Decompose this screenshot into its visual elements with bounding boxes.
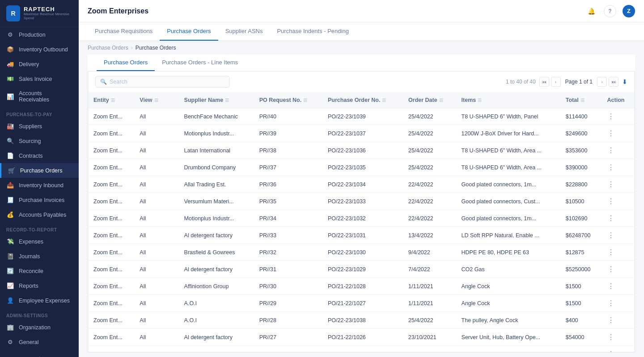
- sidebar-item-inventory-outbound[interactable]: 📦Inventory Outbound: [0, 42, 79, 57]
- tabs-bar: Purchase Requisitions Purchase Orders Su…: [79, 22, 644, 41]
- cell-total-2: $353600: [560, 142, 602, 159]
- subtab-purchase-orders[interactable]: Purchase Orders: [97, 55, 155, 71]
- cell-po-no-8: PO/22-23/1030: [322, 244, 403, 261]
- sidebar-item-purchase-invoices[interactable]: 🧾Purchase Invoices: [0, 193, 79, 207]
- cell-po-req-0: PR//40: [254, 108, 322, 125]
- cell-view-10: All: [134, 278, 178, 295]
- col-action: Action: [602, 92, 635, 108]
- download-button[interactable]: ⬇: [622, 78, 627, 85]
- cell-action-9: ⋮: [602, 261, 635, 278]
- cell-po-no-1: PO/22-23/1037: [322, 125, 403, 142]
- suppliers-icon: 🏭: [6, 123, 14, 130]
- cell-po-req-8: PR//32: [254, 244, 322, 261]
- sidebar-item-general[interactable]: ⚙General: [0, 335, 79, 349]
- col-po-request-no: PO Request No. ☰: [254, 92, 322, 108]
- topbar-title: Zoom Enterprises: [88, 7, 148, 15]
- action-menu-13[interactable]: ⋮: [607, 333, 614, 341]
- action-menu-2[interactable]: ⋮: [607, 147, 614, 154]
- action-menu-3[interactable]: ⋮: [607, 164, 614, 171]
- subtab-purchase-orders-lineitems[interactable]: Purchase Orders - Line Items: [155, 55, 245, 71]
- cell-total-1: $249600: [560, 125, 602, 142]
- sidebar-item-contracts[interactable]: 📄Contracts: [0, 148, 79, 163]
- action-menu-9[interactable]: ⋮: [607, 265, 614, 273]
- action-menu-6[interactable]: ⋮: [607, 214, 614, 222]
- cell-total-5: $10500: [560, 193, 602, 210]
- cell-po-req-10: PR//30: [254, 278, 322, 295]
- tab-purchase-requisitions[interactable]: Purchase Requisitions: [88, 22, 160, 41]
- action-menu-11[interactable]: ⋮: [607, 299, 614, 307]
- logo-text: RAPTECH Maximise Revenue Minimise Spend: [24, 6, 72, 21]
- sidebar-item-label-general: General: [19, 339, 38, 345]
- cell-items-6: Good plated connectors, 1m...: [456, 210, 560, 227]
- action-menu-12[interactable]: ⋮: [607, 316, 614, 324]
- sidebar-item-label-accounts-receivable: Accounts Receivables: [19, 90, 72, 103]
- accounts-payable-icon: 💰: [6, 211, 14, 218]
- cell-supplier-7: Al detergent factory: [179, 227, 254, 244]
- search-box[interactable]: 🔍: [95, 76, 229, 88]
- sidebar-item-organization[interactable]: 🏢Organization: [0, 320, 79, 335]
- sidebar-item-sales-invoice[interactable]: 💵Sales Invoice: [0, 71, 79, 86]
- cell-items-5: Good plated connectors, Cust...: [456, 193, 560, 210]
- sidebar-item-sourcing[interactable]: 🔍Sourcing: [0, 134, 79, 148]
- tab-purchase-orders[interactable]: Purchase Orders: [160, 22, 218, 41]
- cell-entity-6: Zoom Ent...: [88, 210, 134, 227]
- sidebar-item-label-organization: Organization: [19, 324, 51, 331]
- action-menu-14[interactable]: ⋮: [607, 350, 614, 352]
- organization-icon: 🏢: [6, 324, 14, 331]
- sidebar-item-reconcile[interactable]: 🔄Reconcile: [0, 264, 79, 278]
- reports-icon: 📈: [6, 282, 14, 289]
- sidebar-item-accounts-receivable[interactable]: 📊Accounts Receivables: [0, 86, 79, 107]
- table-row: Zoom Ent... All Al detergent factory PR/…: [88, 227, 635, 244]
- notification-icon[interactable]: 🔔: [585, 5, 597, 17]
- cell-items-4: Good plated connectors, 1m...: [456, 176, 560, 193]
- sidebar-item-journals[interactable]: 📓Journals: [0, 249, 79, 264]
- cell-view-1: All: [134, 125, 178, 142]
- contracts-icon: 📄: [6, 152, 14, 159]
- sidebar-item-reports[interactable]: 📈Reports: [0, 278, 79, 293]
- breadcrumb-link-1[interactable]: Purchase Orders: [88, 45, 128, 51]
- tab-purchase-indents-pending[interactable]: Purchase Indents - Pending: [270, 22, 356, 41]
- sidebar-item-purchase-orders[interactable]: 🛒Purchase Orders: [0, 163, 79, 178]
- action-menu-0[interactable]: ⋮: [607, 113, 614, 120]
- action-menu-10[interactable]: ⋮: [607, 282, 614, 290]
- cell-entity-11: Zoom Ent...: [88, 295, 134, 312]
- pagination-first[interactable]: ⏮: [539, 77, 549, 87]
- breadcrumb: Purchase Orders › Purchase Orders: [79, 41, 644, 55]
- cell-total-6: $102690: [560, 210, 602, 227]
- cell-date-11: 1/11/2021: [403, 295, 456, 312]
- sidebar-item-employee-expenses[interactable]: 👤Employee Expenses: [0, 293, 79, 308]
- action-menu-5[interactable]: ⋮: [607, 197, 614, 205]
- sidebar-collapse-btn[interactable]: ‹: [0, 349, 79, 357]
- topbar-icons: 🔔 ? Z: [585, 5, 635, 17]
- action-menu-4[interactable]: ⋮: [607, 181, 614, 188]
- action-menu-8[interactable]: ⋮: [607, 248, 614, 256]
- pagination-next[interactable]: ›: [597, 77, 607, 87]
- reconcile-icon: 🔄: [6, 268, 14, 274]
- help-icon[interactable]: ?: [604, 5, 616, 17]
- sidebar: R RAPTECH Maximise Revenue Minimise Spen…: [0, 0, 79, 357]
- user-avatar[interactable]: Z: [623, 5, 635, 17]
- tab-supplier-asns[interactable]: Supplier ASNs: [218, 22, 270, 41]
- pagination-last[interactable]: ⏭: [609, 77, 619, 87]
- cell-supplier-6: Motionplus Industr...: [179, 210, 254, 227]
- sidebar-item-suppliers[interactable]: 🏭Suppliers: [0, 119, 79, 134]
- cell-view-6: All: [134, 210, 178, 227]
- sidebar-item-production[interactable]: ⚙Production: [0, 27, 79, 42]
- cell-supplier-3: Drumbond Company: [179, 159, 254, 176]
- sidebar-item-expenses[interactable]: 💸Expenses: [0, 234, 79, 249]
- action-menu-1[interactable]: ⋮: [607, 130, 614, 137]
- cell-view-14: NFU-983...: [134, 346, 178, 353]
- brand-tagline: Maximise Revenue Minimise Spend: [24, 13, 72, 21]
- sidebar-item-delivery[interactable]: 🚚Delivery: [0, 57, 79, 71]
- cell-po-req-6: PR//34: [254, 210, 322, 227]
- cell-action-2: ⋮: [602, 142, 635, 159]
- sidebar-item-inventory-inbound[interactable]: 📥Inventory Inbound: [0, 178, 79, 193]
- cell-po-no-3: PO/22-23/1035: [322, 159, 403, 176]
- cell-items-9: CO2 Gas: [456, 261, 560, 278]
- pagination-prev[interactable]: ‹: [551, 77, 561, 87]
- sidebar-item-label-expenses: Expenses: [19, 239, 43, 245]
- sidebar-item-accounts-payable[interactable]: 💰Accounts Payables: [0, 207, 79, 222]
- pagination-page: Page 1 of 1: [563, 79, 595, 85]
- search-input[interactable]: [110, 79, 225, 85]
- action-menu-7[interactable]: ⋮: [607, 231, 614, 239]
